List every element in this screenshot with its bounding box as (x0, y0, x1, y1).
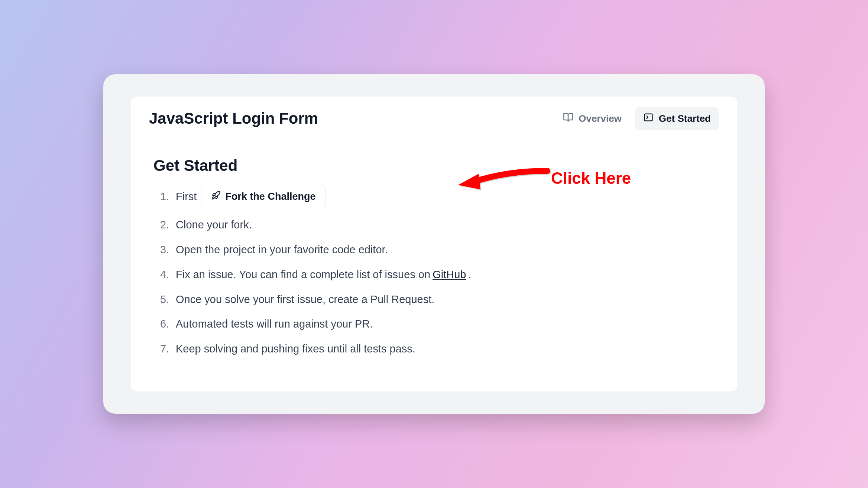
window-frame: JavaScript Login Form Overview (103, 74, 765, 414)
step-4-prefix: Fix an issue. You can find a complete li… (176, 266, 430, 283)
fork-the-challenge-button[interactable]: Fork the Challenge (201, 185, 326, 208)
step-3: Open the project in your favorite code e… (160, 241, 715, 258)
step-4-suffix: . (468, 266, 471, 283)
step-2: Clone your fork. (160, 217, 715, 233)
step-1: First Fork the Challenge (160, 185, 715, 208)
step-3-text: Open the project in your favorite code e… (176, 241, 388, 258)
section-title: Get Started (153, 157, 715, 175)
step-1-prefix: First (176, 188, 197, 205)
book-icon (563, 112, 573, 125)
tab-get-started[interactable]: Get Started (635, 107, 719, 130)
github-link[interactable]: GitHub (433, 266, 466, 283)
tab-get-started-label: Get Started (659, 113, 711, 124)
step-7: Keep solving and pushing fixes until all… (160, 341, 715, 357)
fork-button-label: Fork the Challenge (225, 191, 315, 202)
tab-group: Overview Get Started (555, 107, 719, 130)
content-card: JavaScript Login Form Overview (131, 97, 737, 392)
step-2-text: Clone your fork. (176, 217, 252, 233)
step-7-text: Keep solving and pushing fixes until all… (176, 341, 415, 357)
rocket-icon (211, 191, 221, 203)
tab-overview[interactable]: Overview (555, 107, 630, 130)
page-title: JavaScript Login Form (149, 110, 318, 127)
step-5: Once you solve your first issue, create … (160, 291, 715, 308)
step-6: Automated tests will run against your PR… (160, 316, 715, 332)
step-5-text: Once you solve your first issue, create … (176, 291, 434, 308)
header-bar: JavaScript Login Form Overview (131, 97, 737, 141)
terminal-icon (643, 112, 654, 125)
step-6-text: Automated tests will run against your PR… (176, 316, 373, 332)
steps-list: First Fork the Challenge (153, 185, 715, 358)
tab-overview-label: Overview (579, 113, 622, 124)
step-4: Fix an issue. You can find a complete li… (160, 266, 715, 283)
content-body: Get Started First (131, 141, 737, 392)
